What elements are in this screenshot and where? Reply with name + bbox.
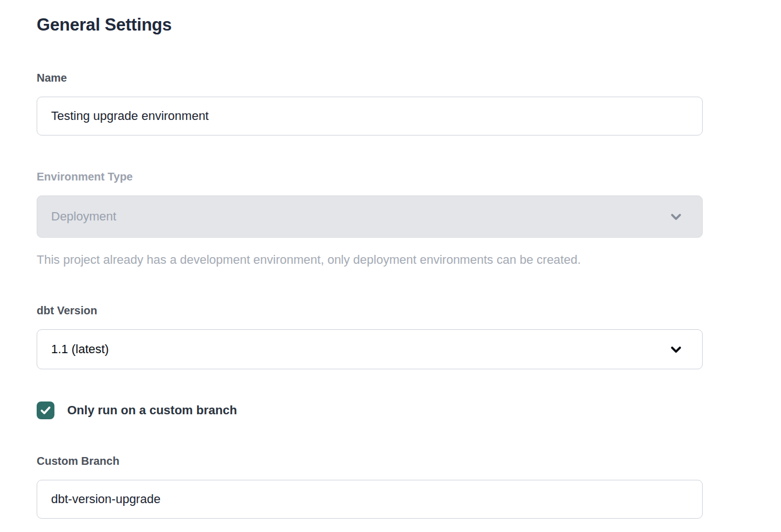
environment-type-label: Environment Type <box>37 170 703 183</box>
custom-branch-checkbox-label[interactable]: Only run on a custom branch <box>67 403 237 418</box>
name-label: Name <box>37 72 703 84</box>
name-field-group: Name <box>37 72 703 135</box>
check-icon <box>39 404 52 416</box>
chevron-down-icon <box>668 342 684 357</box>
dbt-version-value: 1.1 (latest) <box>51 342 668 357</box>
custom-branch-input[interactable] <box>37 480 703 519</box>
custom-branch-toggle-row: Only run on a custom branch <box>37 401 703 419</box>
name-input[interactable] <box>37 97 703 135</box>
custom-branch-field-group: Custom Branch <box>37 455 703 519</box>
environment-type-helper-text: This project already has a development e… <box>37 252 703 268</box>
general-settings-form: General Settings Name Environment Type D… <box>0 0 703 519</box>
dbt-version-select[interactable]: 1.1 (latest) <box>37 329 703 369</box>
environment-type-value: Deployment <box>51 209 668 224</box>
environment-type-select: Deployment <box>37 195 703 238</box>
environment-type-field-group: Environment Type Deployment This project… <box>37 170 703 268</box>
chevron-down-icon <box>668 209 684 224</box>
page-title: General Settings <box>37 14 703 36</box>
custom-branch-checkbox[interactable] <box>37 401 54 419</box>
dbt-version-label: dbt Version <box>37 304 703 317</box>
dbt-version-field-group: dbt Version 1.1 (latest) <box>37 304 703 369</box>
custom-branch-label: Custom Branch <box>37 455 703 467</box>
